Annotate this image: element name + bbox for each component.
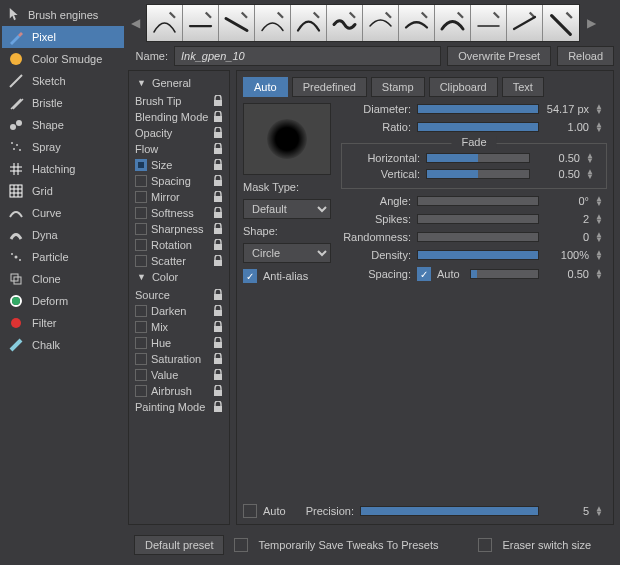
engine-hatching[interactable]: Hatching	[2, 158, 124, 180]
anti-alias-row[interactable]: Anti-alias	[243, 269, 331, 283]
reload-button[interactable]: Reload	[557, 46, 614, 66]
prop-checkbox[interactable]	[135, 321, 147, 333]
sl-spacing-spinner[interactable]: ▲▼	[595, 269, 607, 279]
spacing-auto-checkbox[interactable]	[417, 267, 431, 281]
prop-row-source[interactable]: Source	[133, 287, 225, 303]
eraser-switch-checkbox[interactable]	[478, 538, 492, 552]
prop-row-airbrush[interactable]: Airbrush	[133, 383, 225, 399]
sl-ratio-slider[interactable]	[417, 122, 539, 132]
sl-hfade-spinner[interactable]: ▲▼	[586, 153, 598, 163]
default-preset-button[interactable]: Default preset	[134, 535, 224, 555]
sl-random-spinner[interactable]: ▲▼	[595, 232, 607, 242]
sl-density-slider[interactable]	[417, 250, 539, 260]
preset-thumb[interactable]	[183, 5, 219, 41]
engine-pixel[interactable]: Pixel	[2, 26, 124, 48]
engine-spray[interactable]: Spray	[2, 136, 124, 158]
tab-stamp[interactable]: Stamp	[371, 77, 425, 97]
preset-thumb[interactable]	[543, 5, 579, 41]
prop-row-saturation[interactable]: Saturation	[133, 351, 225, 367]
engine-clone[interactable]: Clone	[2, 268, 124, 290]
overwrite-preset-button[interactable]: Overwrite Preset	[447, 46, 551, 66]
preset-name-input[interactable]	[174, 46, 441, 66]
preset-thumb[interactable]	[363, 5, 399, 41]
prop-row-blending-mode[interactable]: Blending Mode	[133, 109, 225, 125]
prop-row-flow[interactable]: Flow	[133, 141, 225, 157]
prop-checkbox[interactable]	[135, 385, 147, 397]
prop-row-sharpness[interactable]: Sharpness	[133, 221, 225, 237]
prop-checkbox[interactable]	[135, 223, 147, 235]
engine-color-smudge[interactable]: Color Smudge	[2, 48, 124, 70]
prop-row-mirror[interactable]: Mirror	[133, 189, 225, 205]
props-group-color[interactable]: ▼ Color	[133, 269, 225, 287]
prop-checkbox[interactable]	[135, 207, 147, 219]
prop-checkbox[interactable]	[135, 255, 147, 267]
props-group-general[interactable]: ▼ General	[133, 75, 225, 93]
mask-type-select[interactable]: Default	[243, 199, 331, 219]
engine-chalk[interactable]: Chalk	[2, 334, 124, 356]
engine-particle[interactable]: Particle	[2, 246, 124, 268]
engine-dyna[interactable]: Dyna	[2, 224, 124, 246]
prop-row-opacity[interactable]: Opacity	[133, 125, 225, 141]
prop-checkbox[interactable]	[135, 191, 147, 203]
sl-diameter-slider[interactable]	[417, 104, 539, 114]
sl-spikes-spinner[interactable]: ▲▼	[595, 214, 607, 224]
preset-prev-button[interactable]: ◀	[128, 16, 142, 30]
prop-checkbox[interactable]	[135, 353, 147, 365]
sl-spacing-slider[interactable]	[470, 269, 539, 279]
tab-auto[interactable]: Auto	[243, 77, 288, 97]
prop-row-rotation[interactable]: Rotation	[133, 237, 225, 253]
sl-angle-spinner[interactable]: ▲▼	[595, 196, 607, 206]
sl-spikes-slider[interactable]	[417, 214, 539, 224]
temp-save-checkbox[interactable]	[234, 538, 248, 552]
engine-bristle[interactable]: Bristle	[2, 92, 124, 114]
sl-diameter-spinner[interactable]: ▲▼	[595, 104, 607, 114]
preset-thumb[interactable]	[507, 5, 543, 41]
prop-row-softness[interactable]: Softness	[133, 205, 225, 221]
precision-auto-checkbox[interactable]	[243, 504, 257, 518]
preset-thumb[interactable]	[471, 5, 507, 41]
preset-thumb[interactable]	[219, 5, 255, 41]
sl-vfade-spinner[interactable]: ▲▼	[586, 169, 598, 179]
preset-thumb[interactable]	[435, 5, 471, 41]
preset-thumb[interactable]	[327, 5, 363, 41]
anti-alias-checkbox[interactable]	[243, 269, 257, 283]
engine-sketch[interactable]: Sketch	[2, 70, 124, 92]
sl-ratio-spinner[interactable]: ▲▼	[595, 122, 607, 132]
prop-row-darken[interactable]: Darken	[133, 303, 225, 319]
preset-thumb[interactable]	[399, 5, 435, 41]
prop-row-painting-mode[interactable]: Painting Mode	[133, 399, 225, 415]
sl-random-slider[interactable]	[417, 232, 539, 242]
prop-checkbox[interactable]	[135, 337, 147, 349]
engine-shape[interactable]: Shape	[2, 114, 124, 136]
precision-slider[interactable]	[360, 506, 539, 516]
preset-thumb[interactable]	[147, 5, 183, 41]
engine-curve[interactable]: Curve	[2, 202, 124, 224]
precision-spinner[interactable]: ▲▼	[595, 506, 607, 516]
sl-angle-slider[interactable]	[417, 196, 539, 206]
engine-filter[interactable]: Filter	[2, 312, 124, 334]
prop-row-hue[interactable]: Hue	[133, 335, 225, 351]
engine-deform[interactable]: Deform	[2, 290, 124, 312]
sl-hfade-slider[interactable]	[426, 153, 530, 163]
prop-row-size[interactable]: Size	[133, 157, 225, 173]
preset-thumb[interactable]	[291, 5, 327, 41]
tab-predefined[interactable]: Predefined	[292, 77, 367, 97]
preset-next-button[interactable]: ▶	[584, 16, 598, 30]
sl-vfade-slider[interactable]	[426, 169, 530, 179]
prop-row-spacing[interactable]: Spacing	[133, 173, 225, 189]
tab-clipboard[interactable]: Clipboard	[429, 77, 498, 97]
preset-thumb[interactable]	[255, 5, 291, 41]
prop-checkbox[interactable]	[135, 305, 147, 317]
prop-row-mix[interactable]: Mix	[133, 319, 225, 335]
engine-grid[interactable]: Grid	[2, 180, 124, 202]
prop-row-brush-tip[interactable]: Brush Tip	[133, 93, 225, 109]
prop-checkbox[interactable]	[135, 175, 147, 187]
prop-checkbox[interactable]	[135, 369, 147, 381]
shape-select[interactable]: Circle	[243, 243, 331, 263]
prop-row-value[interactable]: Value	[133, 367, 225, 383]
tab-text[interactable]: Text	[502, 77, 544, 97]
prop-row-scatter[interactable]: Scatter	[133, 253, 225, 269]
sl-density-spinner[interactable]: ▲▼	[595, 250, 607, 260]
prop-checkbox[interactable]	[135, 159, 147, 171]
prop-checkbox[interactable]	[135, 239, 147, 251]
